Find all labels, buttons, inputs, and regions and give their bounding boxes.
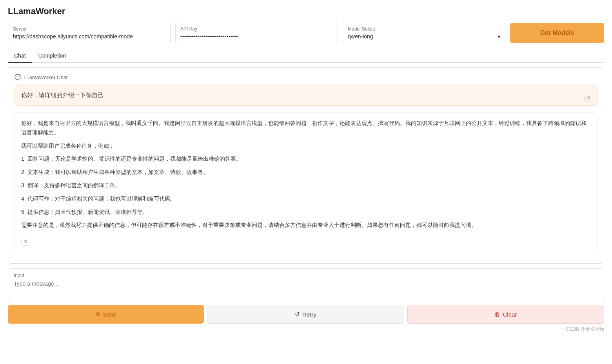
message-input[interactable] — [14, 281, 598, 295]
user-message-text: 你好，请详细的介绍一下你自己 — [21, 92, 104, 98]
assistant-para-1: 你好，我是来自阿里云的大规模语言模型，我叫通义千问。我是阿里云自主研发的超大规模… — [21, 119, 591, 138]
input-section: Input — [8, 268, 604, 300]
model-select-group: Model Select qwen-long ▾ — [343, 23, 505, 43]
chat-icon: 💬 — [15, 74, 21, 80]
assistant-para-8: 需要注意的是，虽然我尽力提供正确的信息，但可能存在误差或不准确性，对于重要决策或… — [21, 221, 591, 230]
config-row: Server API Key Model Select qwen-long ▾ … — [8, 23, 604, 43]
user-message-bubble: 你好，请详细的介绍一下你自己 ⧉ — [15, 85, 597, 106]
assistant-para-4: 2. 文本生成：我可以帮助用户生成各种类型的文本，如文章、诗歌、故事等。 — [21, 168, 591, 177]
send-label: Send — [103, 311, 116, 318]
assistant-para-3: 1. 回答问题：无论是学术性的、常识性的还是专业性的问题，我都能尽量给出准确的答… — [21, 154, 591, 164]
retry-label: Retry — [302, 311, 316, 318]
tabs-row: Chat Completion — [8, 49, 604, 63]
chat-header-label: LLamaWorker Chat — [24, 74, 67, 80]
model-select-label: Model Select — [348, 26, 500, 32]
api-key-input[interactable] — [180, 33, 333, 40]
chat-header: 💬 LLamaWorker Chat — [15, 74, 597, 80]
assistant-para-6: 4. 代码写作：对于编程相关的问题，我也可以理解和编写代码。 — [21, 194, 591, 204]
api-key-label: API Key — [180, 26, 333, 32]
server-label: Server — [13, 26, 165, 32]
assistant-message-bubble: 你好，我是来自阿里云的大规模语言模型，我叫通义千问。我是阿里云自主研发的超大规模… — [15, 112, 597, 252]
chevron-down-icon: ▾ — [498, 33, 500, 40]
assistant-para-2: 我可以帮助用户完成各种任务，例如： — [21, 141, 591, 151]
api-key-config-group: API Key — [175, 23, 338, 43]
watermark: CSDN @桑榆肖物 — [8, 326, 604, 333]
server-input[interactable] — [13, 33, 165, 40]
input-label: Input — [14, 273, 598, 278]
assistant-para-7: 5. 提供信息：如天气预报、新闻资讯、菜谱推荐等。 — [21, 208, 591, 217]
clear-label: Clear — [503, 311, 517, 318]
tab-completion[interactable]: Completion — [32, 49, 73, 63]
clear-icon: 🗑 — [494, 311, 500, 318]
assistant-para-5: 3. 翻译：支持多种语言之间的翻译工作。 — [21, 181, 591, 190]
model-select-dropdown[interactable]: qwen-long ▾ — [348, 33, 500, 40]
action-row: ✉ Send ↺ Retry 🗑 Clear — [8, 305, 604, 324]
send-button[interactable]: ✉ Send — [8, 305, 204, 324]
chat-panel: 💬 LLamaWorker Chat 你好，请详细的介绍一下你自己 ⧉ 你好，我… — [8, 67, 604, 264]
retry-button[interactable]: ↺ Retry — [207, 305, 404, 324]
get-models-button[interactable]: Get Models — [510, 23, 604, 43]
model-selected-value: qwen-long — [348, 33, 373, 40]
copy-user-message-button[interactable]: ⧉ — [584, 94, 593, 101]
tab-chat[interactable]: Chat — [8, 49, 32, 63]
server-config-group: Server — [8, 23, 171, 43]
copy-assistant-message-button[interactable]: ⧉ — [21, 238, 30, 246]
clear-button[interactable]: 🗑 Clear — [407, 305, 604, 324]
send-icon: ✉ — [95, 311, 100, 318]
app-title: LLamaWorker — [8, 6, 604, 16]
retry-icon: ↺ — [295, 311, 300, 318]
